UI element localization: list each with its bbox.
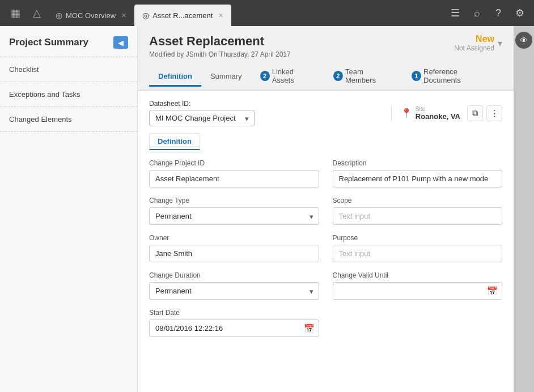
form-area: Datasheet ID: MI MOC Change Project ▾ 📍 …: [138, 91, 514, 392]
page-status-block: New Not Assigned ▾: [454, 34, 502, 52]
sidebar-item-changed-elements[interactable]: Changed Elements: [0, 107, 137, 132]
inner-tab-definition[interactable]: Definition: [149, 133, 200, 150]
page-title: Asset Replacement: [149, 34, 291, 49]
status-assigned-label: Not Assigned: [454, 44, 494, 52]
help-action-icon[interactable]: ?: [489, 3, 508, 23]
datasheet-actions: ⧉ ⋮: [467, 105, 502, 121]
sidebar: Project Summary ◀ Checklist Exceptions a…: [0, 26, 138, 392]
status-badge: New Not Assigned: [454, 34, 494, 52]
description-input[interactable]: [333, 170, 503, 188]
moc-tab-close[interactable]: ✕: [121, 12, 126, 19]
start-date-label: Start Date: [149, 309, 319, 317]
change-project-id-input[interactable]: [149, 170, 319, 188]
more-options-icon-btn[interactable]: ⋮: [486, 105, 502, 121]
purpose-field: Purpose: [333, 234, 503, 262]
search-action-icon[interactable]: ⌕: [467, 3, 486, 23]
tab-team-members-label: Team Members: [345, 67, 393, 84]
datasheet-select-wrapper: MI MOC Change Project ▾: [149, 110, 255, 126]
hierarchy-icon[interactable]: △: [26, 2, 48, 24]
start-date-field: Start Date 📅: [149, 309, 319, 337]
change-project-id-label: Change Project ID: [149, 159, 319, 167]
settings-action-icon[interactable]: ⚙: [510, 3, 529, 23]
owner-input[interactable]: [149, 245, 319, 262]
tab-reference-docs[interactable]: 1 Reference Documents: [402, 63, 502, 91]
tab-linked-assets[interactable]: 2 Linked Assets: [251, 63, 324, 91]
asset-tab-icon: ◎: [142, 11, 149, 20]
sidebar-title: Project Summary: [9, 37, 88, 48]
right-panel: 👁: [514, 26, 534, 392]
content-area: Asset Replacement Modified by JSmith On …: [138, 26, 514, 392]
tab-asset-replacement[interactable]: ◎ Asset R...acement ✕: [134, 5, 231, 26]
change-duration-select-wrapper: Permanent Temporary ▾: [149, 282, 319, 300]
change-valid-until-wrapper: 📅: [333, 282, 503, 300]
tab-linked-assets-label: Linked Assets: [272, 67, 315, 84]
owner-label: Owner: [149, 234, 319, 242]
change-duration-label: Change Duration: [149, 271, 319, 279]
change-valid-until-input[interactable]: [333, 282, 503, 300]
change-type-label: Change Type: [149, 197, 319, 204]
status-chevron-icon[interactable]: ▾: [498, 38, 502, 49]
page-header: Asset Replacement Modified by JSmith On …: [138, 26, 514, 58]
location-icon: 📍: [401, 108, 412, 118]
dashboard-icon[interactable]: ▦: [5, 2, 26, 24]
reference-docs-badge: 1: [412, 71, 421, 81]
datasheet-id-label: Datasheet ID:: [149, 100, 255, 108]
team-members-badge: 2: [333, 71, 343, 81]
change-valid-until-field: Change Valid Until 📅: [333, 271, 503, 300]
tab-summary-label: Summary: [210, 72, 242, 80]
moc-tab-label: MOC Overview: [66, 11, 116, 20]
scope-field: Scope: [333, 197, 503, 225]
sidebar-header: Project Summary ◀: [0, 26, 137, 57]
sidebar-item-exceptions-tasks[interactable]: Exceptions and Tasks: [0, 82, 137, 107]
tab-summary[interactable]: Summary: [201, 67, 251, 87]
site-block: 📍 Site: Roanoke, VA: [401, 106, 460, 121]
tab-team-members[interactable]: 2 Team Members: [324, 63, 402, 91]
change-valid-until-label: Change Valid Until: [333, 271, 503, 279]
sidebar-exceptions-label: Exceptions and Tasks: [9, 90, 80, 99]
tab-definition-label: Definition: [158, 72, 192, 80]
status-new-label: New: [476, 34, 494, 44]
change-type-select-wrapper: Permanent Temporary ▾: [149, 207, 319, 225]
datasheet-row: Datasheet ID: MI MOC Change Project ▾ 📍 …: [149, 100, 502, 126]
copy-icon-btn[interactable]: ⧉: [467, 105, 483, 121]
moc-tab-icon: ◎: [56, 11, 62, 20]
tab-moc-overview[interactable]: ◎ MOC Overview ✕: [48, 5, 134, 26]
tabs-nav: Definition Summary 2 Linked Assets 2 Tea…: [138, 58, 514, 91]
change-project-id-field: Change Project ID: [149, 159, 319, 188]
start-date-input[interactable]: [149, 319, 319, 337]
change-type-field: Change Type Permanent Temporary ▾: [149, 197, 319, 225]
change-type-select[interactable]: Permanent Temporary: [149, 207, 319, 225]
tab-reference-docs-label: Reference Documents: [423, 67, 493, 84]
sidebar-item-checklist[interactable]: Checklist: [0, 57, 137, 82]
sidebar-toggle-button[interactable]: ◀: [113, 36, 128, 49]
scope-input[interactable]: [333, 207, 503, 225]
inner-tabs: Definition: [149, 133, 502, 150]
site-label: Site:: [416, 106, 460, 112]
change-duration-field: Change Duration Permanent Temporary ▾: [149, 271, 319, 300]
start-date-wrapper: 📅: [149, 319, 319, 337]
change-duration-select[interactable]: Permanent Temporary: [149, 282, 319, 300]
description-field: Description: [333, 159, 503, 188]
form-grid: Change Project ID Description Change Typ…: [149, 159, 502, 337]
sidebar-checklist-label: Checklist: [9, 65, 39, 74]
sidebar-changed-label: Changed Elements: [9, 115, 72, 123]
document-action-icon[interactable]: ☰: [446, 3, 465, 23]
owner-field: Owner: [149, 234, 319, 262]
asset-tab-close[interactable]: ✕: [218, 12, 223, 19]
datasheet-select[interactable]: MI MOC Change Project: [149, 110, 255, 126]
inner-tab-definition-label: Definition: [158, 137, 192, 146]
description-label: Description: [333, 159, 503, 167]
tab-definition[interactable]: Definition: [149, 67, 201, 87]
linked-assets-badge: 2: [260, 71, 270, 81]
scope-label: Scope: [333, 197, 503, 204]
asset-tab-label: Asset R...acement: [152, 11, 213, 20]
site-value: Roanoke, VA: [416, 112, 460, 121]
right-panel-eye-icon[interactable]: 👁: [515, 32, 532, 49]
purpose-label: Purpose: [333, 234, 503, 242]
page-modified: Modified by JSmith On Thursday, 27 April…: [149, 50, 291, 58]
purpose-input[interactable]: [333, 245, 503, 262]
